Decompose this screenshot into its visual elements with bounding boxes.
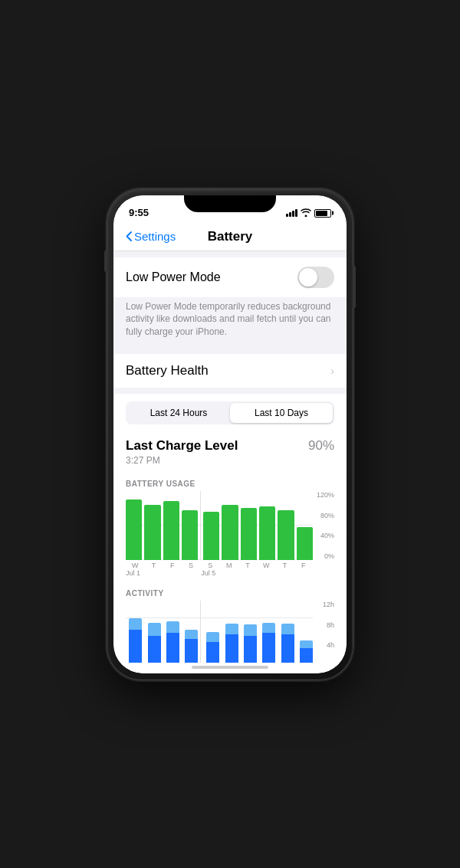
low-power-description: Low Power Mode temporarily reduces backg… — [113, 297, 347, 348]
battery-health-label: Battery Health — [126, 363, 330, 378]
back-label: Settings — [134, 230, 176, 243]
battery-x-label-0: W — [126, 562, 144, 569]
content-area[interactable]: Low Power Mode Low Power Mode temporaril… — [113, 251, 347, 663]
activity-bar-0 — [126, 601, 142, 663]
battery-x-label-8: T — [275, 562, 294, 569]
battery-y-label: 80% — [320, 512, 334, 519]
battery-bar-6 — [241, 491, 257, 560]
activity-bar-2 — [163, 601, 179, 663]
battery-x-label-3: S — [182, 562, 200, 569]
activity-bars — [126, 601, 334, 663]
battery-x-label-7: W — [257, 562, 275, 569]
phone-frame: 9:55 — [107, 189, 353, 680]
wifi-icon — [301, 208, 311, 218]
screen-off-bar — [166, 621, 179, 633]
battery-x-label-4: S — [201, 562, 219, 569]
screen-off-bar — [225, 624, 238, 634]
battery-date-labels: Jul 1Jul 5 — [126, 569, 334, 577]
screen-off-bar — [206, 632, 219, 642]
battery-date-9 — [294, 569, 313, 577]
status-bar: 9:55 — [113, 195, 347, 223]
activity-chart: 12h8h4h0h — [126, 601, 334, 663]
battery-y-label: 40% — [320, 532, 334, 539]
low-power-label: Low Power Mode — [126, 270, 297, 284]
activity-bar-4 — [203, 601, 219, 663]
screen-on-bar — [148, 636, 161, 663]
battery-y-label: 120% — [317, 491, 334, 499]
battery-y-labels: 120%80%40%0% — [317, 491, 334, 560]
screen-on-bar — [166, 633, 179, 663]
phone-inner: 9:55 — [113, 195, 347, 673]
battery-date-1 — [144, 569, 163, 577]
segment-control: Last 24 Hours Last 10 Days — [126, 401, 334, 424]
screen-on-bar — [206, 642, 219, 663]
battery-usage-section: BATTERY USAGE 120%80%40%0% WTFSSMTWTF Ju… — [113, 473, 347, 583]
battery-bar-3 — [182, 491, 198, 560]
battery-date-0: Jul 1 — [126, 569, 144, 577]
low-power-toggle[interactable] — [297, 267, 334, 288]
battery-date-8 — [275, 569, 294, 577]
battery-bar-8 — [278, 491, 294, 560]
charge-time: 3:27 PM — [126, 455, 334, 466]
battery-x-label-9: F — [294, 562, 313, 569]
battery-health-chevron: › — [330, 365, 334, 377]
activity-y-labels: 12h8h4h0h — [323, 601, 334, 663]
nav-title: Battery — [208, 229, 253, 244]
low-power-row: Low Power Mode — [113, 257, 347, 297]
battery-health-section: Battery Health › — [113, 354, 347, 388]
charge-row: Last Charge Level 90% — [126, 438, 334, 454]
low-power-section: Low Power Mode — [113, 257, 347, 297]
screen-on-bar — [225, 634, 238, 663]
battery-health-row[interactable]: Battery Health › — [113, 354, 347, 388]
activity-bar-1 — [144, 601, 160, 663]
battery-usage-chart: 120%80%40%0% — [126, 491, 334, 560]
activity-separator — [200, 601, 201, 663]
battery-x-label-1: T — [144, 562, 163, 569]
screen-on-bar — [281, 634, 294, 663]
segment-24h[interactable]: Last 24 Hours — [127, 403, 230, 423]
activity-bar-7 — [259, 601, 275, 663]
activity-bar-3 — [182, 601, 198, 663]
nav-bar: Settings Battery — [113, 223, 347, 251]
charge-section: Last Charge Level 90% 3:27 PM — [113, 432, 347, 473]
screen-off-bar — [185, 630, 198, 639]
screen-on-bar — [185, 639, 198, 663]
screen-on-bar — [300, 648, 313, 663]
separator — [200, 491, 201, 560]
activity-label: ACTIVITY — [126, 589, 334, 598]
battery-date-3 — [182, 569, 200, 577]
battery-y-label: 0% — [324, 552, 334, 560]
battery-date-7 — [257, 569, 275, 577]
signal-bars — [286, 209, 297, 217]
battery-bar-2 — [163, 491, 179, 560]
screen-on-bar — [129, 630, 142, 663]
screen-off-bar — [129, 618, 142, 630]
battery-date-4: Jul 5 — [201, 569, 219, 577]
screen-on-bar — [244, 636, 257, 663]
screen-off-bar — [262, 623, 275, 633]
battery-bar-4 — [203, 491, 219, 560]
toggle-knob — [299, 268, 317, 287]
activity-bar-8 — [278, 601, 294, 663]
segment-10d[interactable]: Last 10 Days — [230, 403, 333, 423]
screen-off-bar — [281, 624, 294, 634]
activity-y-label: 0h — [327, 662, 334, 663]
charge-title: Last Charge Level — [126, 438, 238, 454]
battery-bar-9 — [297, 491, 313, 560]
battery-date-5 — [219, 569, 238, 577]
activity-bar-6 — [241, 601, 257, 663]
screen: 9:55 — [113, 195, 347, 673]
activity-y-label: 4h — [327, 641, 334, 649]
battery-x-label-6: T — [238, 562, 257, 569]
battery-bar-1 — [144, 491, 160, 560]
screen-off-bar — [300, 640, 313, 648]
battery-x-label-5: M — [219, 562, 238, 569]
back-button[interactable]: Settings — [126, 230, 176, 243]
activity-y-label: 8h — [327, 621, 334, 629]
battery-date-6 — [238, 569, 257, 577]
home-indicator — [113, 663, 347, 673]
status-icons — [286, 208, 331, 218]
battery-date-2 — [163, 569, 182, 577]
screen-off-bar — [148, 623, 161, 636]
activity-y-label: 12h — [323, 601, 334, 608]
